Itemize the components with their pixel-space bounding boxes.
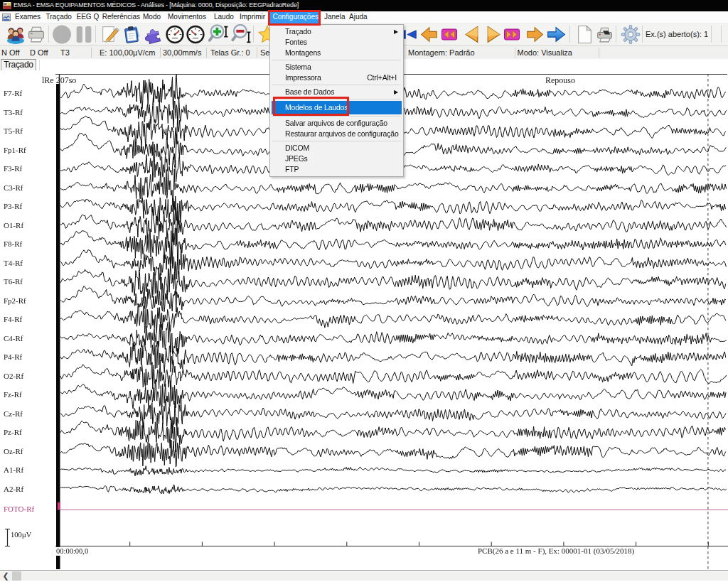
channel-label-f7-rf: F7-Rf <box>4 89 22 97</box>
menu-modo[interactable]: Modo <box>143 11 161 23</box>
menu-exames[interactable]: Exames <box>15 11 41 23</box>
toolbar-separator <box>711 26 712 43</box>
menu-item-restaurar-arquivos-de-configuracao[interactable]: Restaurar arquivos de configuração <box>270 129 403 139</box>
menu-eeg-q[interactable]: EEG Q <box>77 11 100 23</box>
channel-label-t5-rf: T5-Rf <box>4 126 23 135</box>
scrollbar-thumb[interactable] <box>12 571 21 581</box>
annotation-box-configuracoes <box>268 10 321 26</box>
page-right-button[interactable] <box>524 24 545 45</box>
menu-ajuda[interactable]: Ajuda <box>349 11 368 23</box>
status-segment: 30,00mm/s <box>163 46 201 59</box>
channel-label-f8-rf: F8-Rf <box>4 239 22 248</box>
menu-referencias[interactable]: Referências <box>102 11 140 23</box>
channel-label-p3-rf: P3-Rf <box>4 202 22 210</box>
scrollbar-track[interactable]: ❮ <box>0 571 728 581</box>
condition-label: Repouso <box>545 75 575 86</box>
toolbar-separator <box>642 26 643 43</box>
edit-page-button[interactable] <box>100 24 121 45</box>
channel-label-f4-rf: F4-Rf <box>4 315 22 323</box>
menu-item-montagens[interactable]: Montagens <box>270 48 403 58</box>
channel-label-fp1-rf: Fp1-Rf <box>4 146 26 154</box>
channel-label-fp2-rf: Fp2-Rf <box>4 296 26 305</box>
tab-strip-edge <box>39 60 40 70</box>
title-bar: EMSA - EMSA EQUIPAMENTOS MÉDICOS - Análi… <box>0 0 728 11</box>
submenu-arrow-icon: ▶ <box>394 87 398 97</box>
menu-separator <box>272 85 401 85</box>
toolbar-separator <box>616 26 616 43</box>
toolbar-separator <box>48 26 49 43</box>
channel-label-t4-rf: T4-Rf <box>4 259 23 267</box>
play-left-button[interactable] <box>461 24 483 45</box>
channel-label-c4-rf: C4-Rf <box>4 334 23 343</box>
menu-separator <box>272 141 401 141</box>
app-icon[interactable] <box>3 1 11 10</box>
scroll-left-arrow[interactable]: ❮ <box>0 571 11 581</box>
channel-label-cz-rf: Cz-Rf <box>4 409 23 418</box>
channel-label-a1-rf: A1-Rf <box>4 465 23 474</box>
tab-tracado[interactable]: Traçado <box>1 59 36 70</box>
zoom-in-amplitude-button[interactable] <box>208 24 230 45</box>
gauge-speed-button[interactable] <box>164 24 186 45</box>
channel-label-f3-rf: F3-Rf <box>4 164 22 173</box>
menu-movimentos[interactable]: Movimentos <box>168 11 206 23</box>
child-window-icon[interactable] <box>2 14 11 21</box>
channel-label-o2-rf: O2-Rf <box>4 372 23 380</box>
screen-left-button[interactable] <box>441 24 458 45</box>
submenu-arrow-icon: ▶ <box>394 26 398 37</box>
menu-imprimir[interactable]: Imprimir <box>240 11 265 23</box>
channel-label-p4-rf: P4-Rf <box>4 352 22 361</box>
status-segment: N Off <box>1 46 19 59</box>
channel-label-t6-rf: T6-Rf <box>4 277 23 286</box>
status-segment: Modo: Visualiza <box>518 46 572 59</box>
new-page-button[interactable] <box>574 24 595 45</box>
channel-label-pz-rf: Pz-Rf <box>4 428 22 436</box>
menu-laudo[interactable]: Laudo <box>214 11 234 23</box>
plugin-puzzle-button[interactable] <box>144 24 161 45</box>
print-page-button[interactable] <box>594 24 615 45</box>
menu-item-tracado[interactable]: Traçado▶ <box>270 26 403 37</box>
open-exams-label: Ex.(s) aberto(s): 1 <box>646 23 708 45</box>
play-right-button[interactable] <box>483 24 504 45</box>
status-segment: E: 100,00µV/cm <box>100 46 156 59</box>
channel-label-c3-rf: C3-Rf <box>4 183 23 192</box>
menu-item-salvar-arquivos-de-configuracao[interactable]: Salvar arquivos de configuração <box>270 118 403 129</box>
annotation-box-modelos-de-laudos <box>273 97 349 116</box>
patients-button[interactable] <box>5 24 26 45</box>
print-button[interactable] <box>26 24 47 45</box>
status-separator <box>599 48 599 58</box>
pause-button[interactable] <box>73 24 95 45</box>
channel-label-o1-rf: O1-Rf <box>4 221 23 230</box>
menu-janela[interactable]: Janela <box>324 11 345 23</box>
go-last-button[interactable] <box>545 24 567 45</box>
status-segment: D Off <box>30 46 48 59</box>
menu-tracado[interactable]: Traçado <box>46 11 72 23</box>
menu-item-impressora[interactable]: ImpressoraCtrl+Alt+I <box>270 72 403 83</box>
menu-item-ftp[interactable]: FTP <box>270 164 403 175</box>
exam-footer-label: PCB(26 a e 11 m - F), Ex: 00001-01 (03/0… <box>478 546 634 555</box>
event-marker-label: lRe 207so <box>42 75 76 86</box>
channel-label-a2-rf: A2-Rf <box>4 485 23 493</box>
menu-bar: ExamesTraçadoEEG QReferênciasModoMovimen… <box>0 11 728 23</box>
events-clipboard-button[interactable] <box>121 24 142 45</box>
record-button[interactable] <box>51 24 73 45</box>
status-separator <box>206 48 207 58</box>
zoom-out-amplitude-button[interactable] <box>231 24 252 45</box>
page-left-button[interactable] <box>419 24 440 45</box>
status-segment: Montagem: Padrão <box>408 46 475 59</box>
toolbar-separator <box>95 26 96 43</box>
screen-right-button[interactable] <box>503 24 520 45</box>
settings-gear-button[interactable] <box>620 24 641 45</box>
menu-item-jpegs[interactable]: JPEGs <box>270 153 403 164</box>
status-segment: Se <box>260 46 269 59</box>
status-separator <box>91 48 92 58</box>
gauge-time-button[interactable] <box>185 24 206 45</box>
menu-item-base-de-dados[interactable]: Base de Dados▶ <box>270 87 403 97</box>
status-separator <box>515 48 515 58</box>
menu-shortcut: Ctrl+Alt+I <box>367 72 397 83</box>
menu-item-dicom[interactable]: DICOM <box>270 143 403 153</box>
channel-label-t3-rf: T3-Rf <box>4 108 23 117</box>
menu-item-fontes[interactable]: Fontes <box>270 37 403 48</box>
channel-label-fz-rf: Fz-Rf <box>4 390 22 399</box>
status-segment: Telas Gr.: 0 <box>210 46 250 59</box>
menu-item-sistema[interactable]: Sistema <box>270 62 403 72</box>
